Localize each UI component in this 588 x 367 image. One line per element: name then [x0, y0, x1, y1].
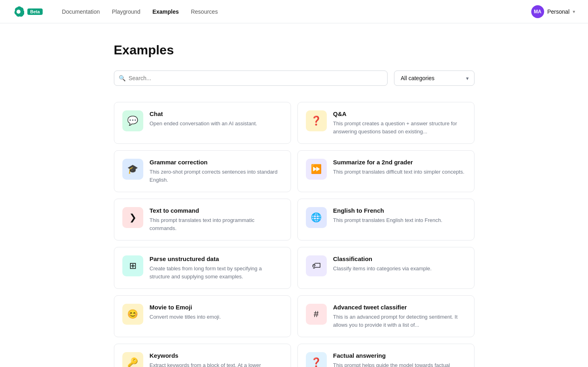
card-text-classification: Classification Classify items into categ… [333, 255, 466, 273]
card-title-english-to-french: English to French [333, 207, 466, 214]
example-card-text-to-command[interactable]: ❯ Text to command This prompt translates… [114, 199, 291, 241]
card-desc-chat: Open ended conversation with an AI assis… [150, 120, 283, 128]
card-text-summarize-2nd-grader: Summarize for a 2nd grader This prompt t… [333, 159, 466, 176]
navbar: Beta Documentation Playground Examples R… [0, 0, 588, 23]
card-desc-factual-answering: This prompt helps guide the model toward… [333, 361, 466, 367]
card-icon-text-to-command: ❯ [122, 207, 143, 228]
nav-link-examples[interactable]: Examples [148, 6, 184, 17]
user-menu[interactable]: MA Personal ▾ [531, 5, 575, 18]
card-text-factual-answering: Factual answering This prompt helps guid… [333, 352, 466, 367]
card-desc-summarize-2nd-grader: This prompt translates difficult text in… [333, 168, 466, 176]
card-title-text-to-command: Text to command [150, 207, 283, 214]
example-card-chat[interactable]: 💬 Chat Open ended conversation with an A… [114, 102, 291, 144]
card-icon-movie-to-emoji: 😊 [122, 304, 143, 325]
card-desc-qa: This prompt creates a question + answer … [333, 120, 466, 135]
card-icon-chat: 💬 [122, 110, 143, 131]
card-text-text-to-command: Text to command This prompt translates t… [150, 207, 283, 232]
card-text-parse-unstructured: Parse unstructured data Create tables fr… [150, 255, 283, 280]
card-text-advanced-tweet-classifier: Advanced tweet classifier This is an adv… [333, 304, 466, 329]
card-title-qa: Q&A [333, 110, 466, 117]
card-icon-summarize-2nd-grader: ⏩ [306, 159, 327, 180]
page-title: Examples [114, 43, 475, 58]
example-card-summarize-2nd-grader[interactable]: ⏩ Summarize for a 2nd grader This prompt… [297, 150, 475, 192]
card-title-grammar-correction: Grammar correction [150, 159, 283, 166]
examples-grid: 💬 Chat Open ended conversation with an A… [114, 102, 475, 367]
nav-link-resources[interactable]: Resources [186, 6, 223, 17]
example-card-parse-unstructured[interactable]: ⊞ Parse unstructured data Create tables … [114, 247, 291, 289]
search-wrapper: 🔍 [114, 70, 388, 86]
card-desc-movie-to-emoji: Convert movie titles into emoji. [150, 313, 283, 321]
chevron-down-icon: ▾ [573, 9, 575, 15]
card-icon-advanced-tweet-classifier: # [306, 304, 327, 325]
example-card-keywords[interactable]: 🔑 Keywords Extract keywords from a block… [114, 344, 291, 367]
card-title-summarize-2nd-grader: Summarize for a 2nd grader [333, 159, 466, 166]
avatar: MA [531, 5, 544, 18]
card-icon-classification: 🏷 [306, 255, 327, 276]
card-icon-factual-answering: ❓ [306, 352, 327, 367]
card-icon-english-to-french: 🌐 [306, 207, 327, 228]
category-filter: All categories Generation Transformation… [394, 70, 475, 86]
card-desc-grammar-correction: This zero-shot prompt corrects sentences… [150, 168, 283, 184]
card-desc-english-to-french: This prompt translates English text into… [333, 216, 466, 224]
card-title-movie-to-emoji: Movie to Emoji [150, 304, 283, 311]
card-icon-grammar-correction: 🎓 [122, 159, 143, 180]
card-desc-parse-unstructured: Create tables from long form text by spe… [150, 265, 283, 280]
card-title-factual-answering: Factual answering [333, 352, 466, 359]
card-text-qa: Q&A This prompt creates a question + ans… [333, 110, 466, 135]
user-name: Personal [547, 8, 569, 15]
search-icon: 🔍 [119, 75, 126, 81]
search-input[interactable] [114, 70, 388, 86]
nav-link-documentation[interactable]: Documentation [57, 6, 105, 17]
card-title-keywords: Keywords [150, 352, 283, 359]
card-text-english-to-french: English to French This prompt translates… [333, 207, 466, 224]
nav-link-playground[interactable]: Playground [107, 6, 145, 17]
filter-row: 🔍 All categories Generation Transformati… [114, 70, 475, 86]
card-icon-keywords: 🔑 [122, 352, 143, 367]
beta-badge: Beta [27, 8, 43, 15]
example-card-english-to-french[interactable]: 🌐 English to French This prompt translat… [297, 199, 475, 241]
card-text-movie-to-emoji: Movie to Emoji Convert movie titles into… [150, 304, 283, 321]
card-title-parse-unstructured: Parse unstructured data [150, 255, 283, 262]
card-desc-text-to-command: This prompt translates text into program… [150, 216, 283, 232]
example-card-classification[interactable]: 🏷 Classification Classify items into cat… [297, 247, 475, 289]
card-text-grammar-correction: Grammar correction This zero-shot prompt… [150, 159, 283, 184]
card-icon-qa: ❓ [306, 110, 327, 131]
card-desc-keywords: Extract keywords from a block of text. A… [150, 361, 283, 367]
main-content: Examples 🔍 All categories Generation Tra… [101, 23, 487, 367]
card-text-keywords: Keywords Extract keywords from a block o… [150, 352, 283, 367]
example-card-qa[interactable]: ❓ Q&A This prompt creates a question + a… [297, 102, 475, 144]
card-title-classification: Classification [333, 255, 466, 262]
logo[interactable]: Beta [13, 6, 43, 17]
card-desc-classification: Classify items into categories via examp… [333, 265, 466, 273]
card-title-chat: Chat [150, 110, 283, 117]
navbar-links: Documentation Playground Examples Resour… [57, 6, 531, 17]
example-card-factual-answering[interactable]: ❓ Factual answering This prompt helps gu… [297, 344, 475, 367]
card-desc-advanced-tweet-classifier: This is an advanced prompt for detecting… [333, 313, 466, 329]
category-select[interactable]: All categories Generation Transformation… [394, 70, 475, 86]
card-title-advanced-tweet-classifier: Advanced tweet classifier [333, 304, 466, 311]
example-card-advanced-tweet-classifier[interactable]: # Advanced tweet classifier This is an a… [297, 295, 475, 337]
card-text-chat: Chat Open ended conversation with an AI … [150, 110, 283, 128]
card-icon-parse-unstructured: ⊞ [122, 255, 143, 276]
example-card-movie-to-emoji[interactable]: 😊 Movie to Emoji Convert movie titles in… [114, 295, 291, 337]
openai-logo-icon [13, 6, 24, 17]
example-card-grammar-correction[interactable]: 🎓 Grammar correction This zero-shot prom… [114, 150, 291, 192]
